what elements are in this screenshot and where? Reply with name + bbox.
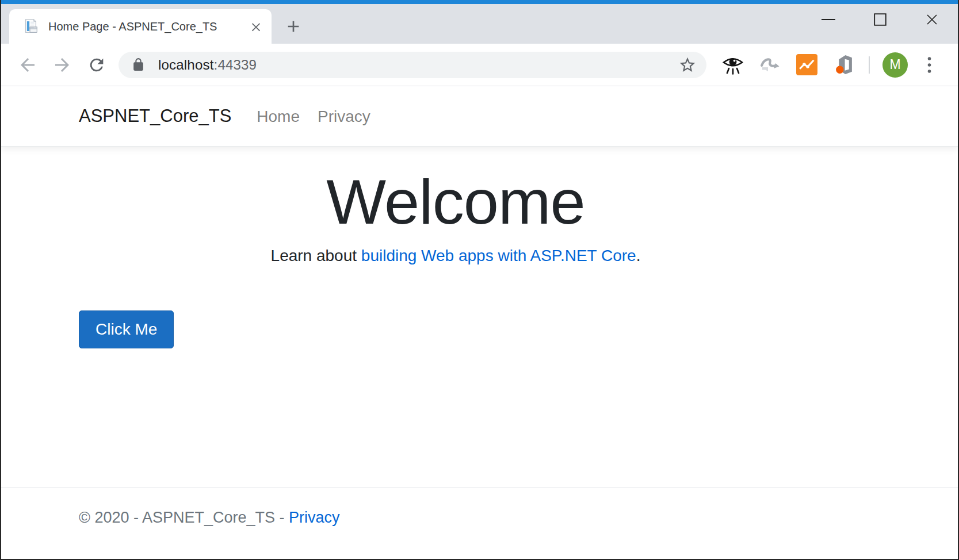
site-footer: © 2020 - ASPNET_Core_TS - Privacy xyxy=(1,488,958,559)
profile-avatar[interactable]: M xyxy=(882,52,908,78)
footer-privacy-link[interactable]: Privacy xyxy=(289,509,340,526)
url-port: :44339 xyxy=(214,57,257,72)
web-page: ASPNET_Core_TS Home Privacy Welcome Lear… xyxy=(1,86,958,559)
footer-copyright: © 2020 - ASPNET_Core_TS - xyxy=(79,509,289,526)
page-favicon-icon xyxy=(22,18,39,35)
lead-text-suffix: . xyxy=(636,247,641,264)
page-title: Welcome xyxy=(79,164,832,240)
forward-button[interactable] xyxy=(51,53,74,76)
browser-window: Home Page - ASPNET_Core_TS xyxy=(0,0,959,560)
tab-title: Home Page - ASPNET_Core_TS xyxy=(48,20,249,33)
minimize-icon xyxy=(822,19,835,20)
window-close-button[interactable] xyxy=(906,4,958,35)
url-text[interactable]: localhost:44339 xyxy=(158,57,257,73)
bookmark-star-button[interactable] xyxy=(678,55,697,75)
aspnet-core-link[interactable]: building Web apps with ASP.NET Core xyxy=(361,247,636,264)
analytics-extension-icon[interactable] xyxy=(795,53,818,76)
back-button[interactable] xyxy=(16,53,39,76)
url-host: localhost xyxy=(158,57,214,72)
new-tab-button[interactable] xyxy=(283,16,304,37)
site-navbar: ASPNET_Core_TS Home Privacy xyxy=(1,86,958,147)
menu-dots-icon xyxy=(927,56,931,74)
lead-text-prefix: Learn about xyxy=(271,247,361,264)
nav-link-privacy[interactable]: Privacy xyxy=(318,108,370,126)
nav-link-home[interactable]: Home xyxy=(257,108,300,126)
click-me-button[interactable]: Click Me xyxy=(79,310,174,348)
scribble-extension-icon[interactable] xyxy=(758,53,781,76)
eye-extension-icon[interactable] xyxy=(721,53,744,76)
forward-icon xyxy=(52,55,72,75)
address-bar[interactable]: localhost:44339 xyxy=(119,52,706,78)
page-main: Welcome Learn about building Web apps wi… xyxy=(1,147,958,488)
active-tab[interactable]: Home Page - ASPNET_Core_TS xyxy=(9,9,272,44)
navbar-brand[interactable]: ASPNET_Core_TS xyxy=(79,106,231,126)
lead-paragraph: Learn about building Web apps with ASP.N… xyxy=(79,244,832,267)
browser-toolbar: localhost:44339 xyxy=(1,44,958,86)
lock-icon xyxy=(131,57,146,72)
window-minimize-button[interactable] xyxy=(803,4,854,35)
tab-close-icon[interactable] xyxy=(249,19,263,34)
window-controls xyxy=(803,4,958,35)
back-icon xyxy=(17,55,38,75)
browser-tab-bar: Home Page - ASPNET_Core_TS xyxy=(1,0,958,44)
bookmark-star-icon xyxy=(678,56,697,74)
titlebar-accent-strip xyxy=(1,0,958,4)
browser-menu-button[interactable] xyxy=(920,53,938,76)
window-maximize-button[interactable] xyxy=(854,4,906,35)
reload-button[interactable] xyxy=(85,53,108,76)
office-extension-icon[interactable] xyxy=(832,53,855,76)
close-icon xyxy=(925,13,939,26)
maximize-icon xyxy=(874,13,887,26)
reload-icon xyxy=(87,55,106,75)
toolbar-separator xyxy=(869,56,870,74)
